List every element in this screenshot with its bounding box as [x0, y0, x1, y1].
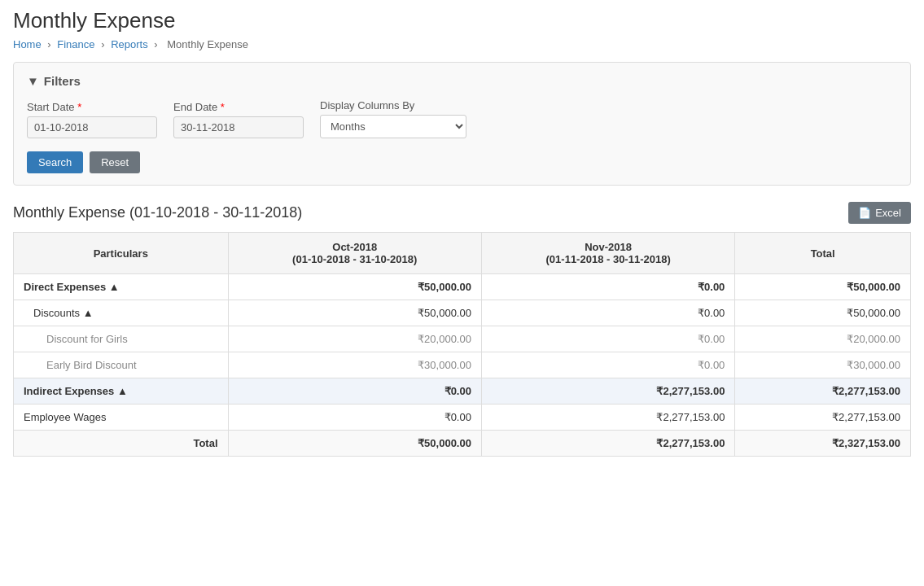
col-header-oct: Oct-2018 (01-10-2018 - 31-10-2018) — [228, 233, 481, 274]
end-date-label: End Date * — [173, 101, 304, 113]
cell-oct: ₹20,000.00 — [228, 326, 481, 352]
breadcrumb-current: Monthly Expense — [167, 38, 248, 50]
cell-particulars: Employee Wages — [14, 405, 229, 431]
table-row: Direct Expenses ▲ ₹50,000.00 ₹0.00 ₹50,0… — [14, 274, 911, 300]
cell-total: ₹2,277,153.00 — [735, 378, 911, 405]
cell-oct: ₹50,000.00 — [228, 274, 481, 300]
cell-oct: ₹0.00 — [228, 405, 481, 431]
cell-particulars: Direct Expenses ▲ — [14, 274, 229, 300]
cell-particulars: Total — [14, 431, 229, 457]
cell-total: ₹30,000.00 — [735, 352, 911, 378]
cell-particulars: Discount for Girls — [14, 326, 229, 352]
filters-label: Filters — [44, 74, 81, 88]
cell-particulars: Indirect Expenses ▲ — [14, 378, 229, 405]
cell-nov: ₹0.00 — [481, 326, 734, 352]
display-columns-label: Display Columns By — [320, 99, 466, 112]
end-date-input[interactable] — [173, 116, 304, 138]
filter-icon: ▼ — [27, 74, 39, 88]
filters-panel: ▼ Filters Start Date * End Date * Displa… — [13, 62, 911, 186]
table-row: Employee Wages ₹0.00 ₹2,277,153.00 ₹2,27… — [14, 405, 911, 431]
table-header-row: Particulars Oct-2018 (01-10-2018 - 31-10… — [14, 233, 911, 274]
table-row: Indirect Expenses ▲ ₹0.00 ₹2,277,153.00 … — [14, 378, 911, 405]
cell-nov: ₹2,277,153.00 — [481, 431, 734, 457]
table-row: Total ₹50,000.00 ₹2,277,153.00 ₹2,327,15… — [14, 431, 911, 457]
filter-row: Start Date * End Date * Display Columns … — [27, 99, 897, 138]
excel-icon: 📄 — [858, 207, 871, 219]
cell-total: ₹2,327,153.00 — [735, 431, 911, 457]
start-date-label: Start Date * — [27, 101, 157, 113]
col-header-particulars: Particulars — [14, 233, 229, 274]
cell-nov: ₹0.00 — [481, 274, 734, 300]
start-date-group: Start Date * — [27, 101, 157, 138]
excel-label: Excel — [875, 207, 901, 219]
cell-nov: ₹2,277,153.00 — [481, 405, 734, 431]
cell-particulars: Discounts ▲ — [14, 300, 229, 326]
cell-oct: ₹50,000.00 — [228, 431, 481, 457]
filters-header: ▼ Filters — [27, 74, 897, 88]
cell-oct: ₹50,000.00 — [228, 300, 481, 326]
breadcrumb-home[interactable]: Home — [13, 38, 42, 50]
cell-oct: ₹0.00 — [228, 378, 481, 405]
cell-particulars: Early Bird Discount — [14, 352, 229, 378]
table-row: Early Bird Discount ₹30,000.00 ₹0.00 ₹30… — [14, 352, 911, 378]
page-title: Monthly Expense — [13, 8, 911, 33]
cell-nov: ₹0.00 — [481, 300, 734, 326]
cell-total: ₹50,000.00 — [735, 274, 911, 300]
cell-oct: ₹30,000.00 — [228, 352, 481, 378]
report-title: Monthly Expense (01-10-2018 - 30-11-2018… — [13, 204, 302, 221]
cell-total: ₹2,277,153.00 — [735, 405, 911, 431]
cell-nov: ₹2,277,153.00 — [481, 378, 734, 405]
display-columns-select[interactable]: Months Weeks Days — [320, 115, 466, 138]
display-columns-group: Display Columns By Months Weeks Days — [320, 99, 466, 138]
col-header-total: Total — [735, 233, 911, 274]
table-row: Discounts ▲ ₹50,000.00 ₹0.00 ₹50,000.00 — [14, 300, 911, 326]
breadcrumb-reports[interactable]: Reports — [111, 38, 148, 50]
cell-total: ₹50,000.00 — [735, 300, 911, 326]
start-date-required: * — [77, 101, 81, 113]
report-section: Monthly Expense (01-10-2018 - 30-11-2018… — [13, 202, 911, 457]
start-date-input[interactable] — [27, 116, 157, 138]
cell-total: ₹20,000.00 — [735, 326, 911, 352]
col-header-nov: Nov-2018 (01-11-2018 - 30-11-2018) — [481, 233, 734, 274]
action-row: Search Reset — [27, 151, 897, 173]
breadcrumb-sep-3: › — [154, 38, 157, 50]
breadcrumb-sep-1: › — [47, 38, 50, 50]
end-date-required: * — [221, 101, 225, 113]
report-table: Particulars Oct-2018 (01-10-2018 - 31-10… — [13, 232, 911, 457]
end-date-group: End Date * — [173, 101, 304, 138]
reset-button[interactable]: Reset — [90, 151, 140, 173]
breadcrumb-finance[interactable]: Finance — [57, 38, 94, 50]
breadcrumb-sep-2: › — [101, 38, 104, 50]
report-header-row: Monthly Expense (01-10-2018 - 30-11-2018… — [13, 202, 911, 224]
breadcrumb: Home › Finance › Reports › Monthly Expen… — [13, 38, 911, 50]
table-row: Discount for Girls ₹20,000.00 ₹0.00 ₹20,… — [14, 326, 911, 352]
excel-button[interactable]: 📄 Excel — [848, 202, 911, 224]
search-button[interactable]: Search — [27, 151, 83, 173]
cell-nov: ₹0.00 — [481, 352, 734, 378]
